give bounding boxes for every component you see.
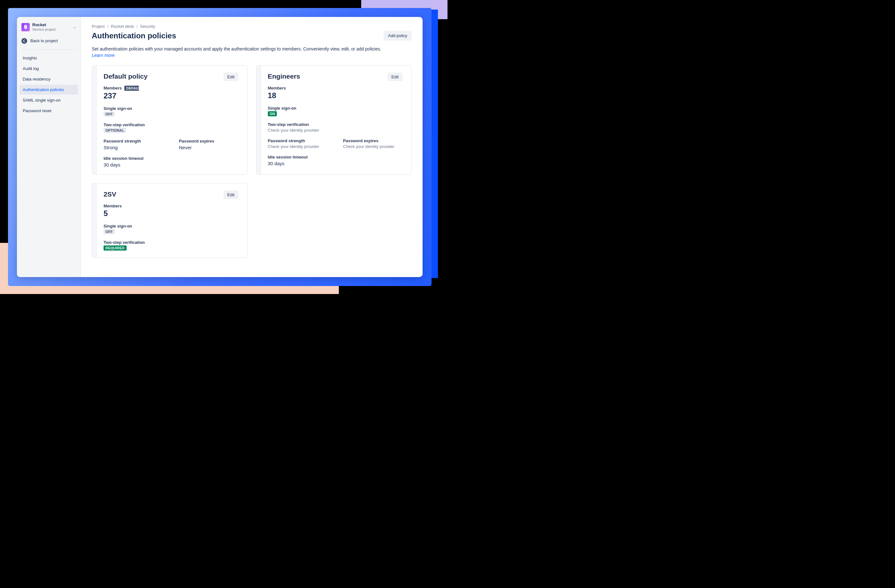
sidebar-item-audit-log[interactable]: Audit log xyxy=(20,64,78,74)
twostep-label: Two-step verification xyxy=(268,122,403,127)
policy-title: Default policy xyxy=(103,73,148,80)
members-count: 18 xyxy=(268,91,403,100)
twostep-badge: REQUIRED xyxy=(103,246,127,250)
edit-policy-button[interactable]: Edit xyxy=(388,73,402,81)
sso-badge: ON xyxy=(268,111,277,116)
pw-strength-note: Check your identity provider xyxy=(268,144,327,149)
main-content: Project / Rocket desk / Security Authent… xyxy=(81,17,423,277)
policy-card-default: Default policy Edit Members DEFAULT 237 … xyxy=(92,65,248,175)
project-name: Rocket xyxy=(32,23,71,27)
sidebar-nav: Insights Audit log Data residency Authen… xyxy=(20,53,78,116)
policy-title: 2SV xyxy=(103,191,116,198)
idle-label: Idle session timeout xyxy=(268,155,403,159)
members-label: Members xyxy=(103,203,238,208)
members-label: Members DEFAULT xyxy=(103,86,238,91)
policies-grid: Default policy Edit Members DEFAULT 237 … xyxy=(92,65,412,258)
breadcrumb-item[interactable]: Project xyxy=(92,24,105,29)
sidebar-item-saml-sso[interactable]: SAML single sign-on xyxy=(20,95,78,105)
breadcrumb-item[interactable]: Rocket desk xyxy=(111,24,134,29)
twostep-label: Two-step verification xyxy=(103,240,238,245)
sidebar-item-authentication-policies[interactable]: Authentication policies xyxy=(20,85,78,95)
project-type: Service project xyxy=(32,27,71,32)
sso-badge: OFF xyxy=(103,229,115,234)
pw-expires-value: Never xyxy=(179,145,238,150)
sso-label: Single sign-on xyxy=(103,224,238,229)
pw-strength-value: Strong xyxy=(103,145,163,150)
svg-point-0 xyxy=(25,26,26,27)
back-label: Back to project xyxy=(30,38,58,43)
sidebar-item-data-residency[interactable]: Data residency xyxy=(20,74,78,84)
pw-expires-label: Password expires xyxy=(343,138,402,143)
sidebar-item-insights[interactable]: Insights xyxy=(20,53,78,63)
twostep-label: Two-step verification xyxy=(103,123,238,127)
sso-label: Single sign-on xyxy=(103,106,238,111)
back-to-project-link[interactable]: Back to project xyxy=(20,35,78,48)
pw-expires-label: Password expires xyxy=(179,139,238,144)
idle-value: 30 days xyxy=(103,162,238,167)
add-policy-button[interactable]: Add policy xyxy=(384,31,412,41)
project-selector[interactable]: Rocket Service project ⌄ xyxy=(20,21,78,35)
rocket-icon xyxy=(21,23,30,31)
default-badge: DEFAULT xyxy=(124,86,139,91)
edit-policy-button[interactable]: Edit xyxy=(223,191,238,199)
breadcrumb: Project / Rocket desk / Security xyxy=(92,24,412,29)
sidebar: Rocket Service project ⌄ Back to project… xyxy=(17,17,81,277)
pw-expires-note: Check your identity provider xyxy=(343,144,402,149)
idle-label: Idle session timeout xyxy=(103,156,238,161)
breadcrumb-item[interactable]: Security xyxy=(140,24,155,29)
sso-label: Single sign-on xyxy=(268,106,403,111)
description-text: Set authentication policies with your ma… xyxy=(92,46,381,52)
page-title: Authentication policies xyxy=(92,31,176,40)
idle-value: 30 days xyxy=(268,161,403,166)
policy-card-engineers: Engineers Edit Members 18 Single sign-on… xyxy=(256,65,412,175)
edit-policy-button[interactable]: Edit xyxy=(223,73,238,81)
members-count: 5 xyxy=(103,209,238,218)
chevron-down-icon: ⌄ xyxy=(73,25,76,29)
twostep-note: Check your identity provider xyxy=(268,128,403,133)
breadcrumb-sep: / xyxy=(107,24,108,29)
page-description: Set authentication policies with your ma… xyxy=(92,46,386,59)
sso-badge: OFF xyxy=(103,112,115,117)
pw-strength-label: Password strength xyxy=(268,138,327,143)
learn-more-link[interactable]: Learn more xyxy=(92,53,115,58)
breadcrumb-sep: / xyxy=(137,24,138,29)
outer-frame: Rocket Service project ⌄ Back to project… xyxy=(8,8,432,286)
sidebar-item-password-reset[interactable]: Password reset xyxy=(20,106,78,116)
members-count: 237 xyxy=(103,91,238,100)
arrow-left-icon xyxy=(21,38,27,44)
policy-card-2sv: 2SV Edit Members 5 Single sign-on OFF Tw… xyxy=(92,183,248,258)
twostep-badge: OPTIONAL xyxy=(103,128,126,133)
app-window: Rocket Service project ⌄ Back to project… xyxy=(17,17,423,277)
members-label: Members xyxy=(268,86,403,91)
policy-title: Engineers xyxy=(268,73,300,80)
pw-strength-label: Password strength xyxy=(103,139,163,144)
divider xyxy=(21,50,77,50)
